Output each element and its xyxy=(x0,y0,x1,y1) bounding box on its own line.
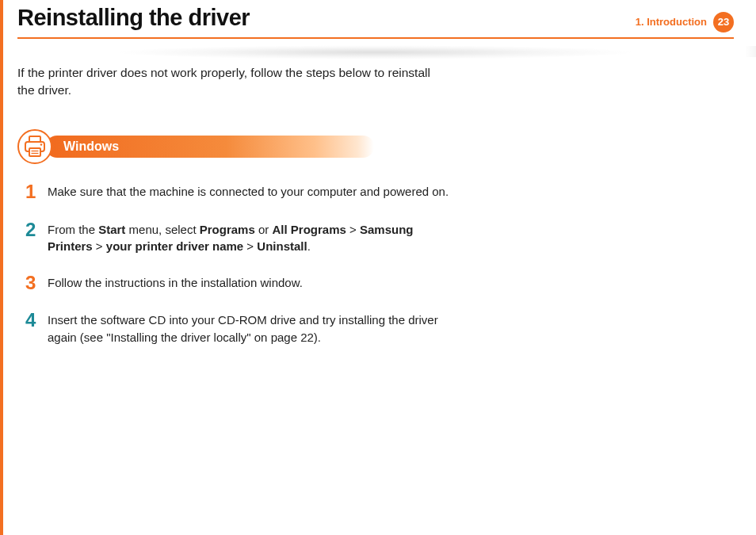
page-title: Reinstalling the driver xyxy=(17,5,250,31)
page-fold-shadow xyxy=(113,45,639,59)
chapter-label: 1. Introduction xyxy=(636,16,707,28)
bold-run: Uninstall xyxy=(257,239,307,253)
section-title-pill: Windows xyxy=(46,136,374,158)
text-run: From the xyxy=(48,223,98,236)
text-run: or xyxy=(255,223,273,236)
step-item: 1 Make sure that the machine is connecte… xyxy=(25,182,453,201)
section-heading: Windows xyxy=(17,129,374,164)
document-page: Reinstalling the driver 1. Introduction … xyxy=(0,0,756,535)
steps-list: 1 Make sure that the machine is connecte… xyxy=(25,182,453,346)
step-item: 2 From the Start menu, select Programs o… xyxy=(25,220,453,256)
step-number: 2 xyxy=(25,220,48,256)
step-text: Follow the instructions in the installat… xyxy=(48,273,303,292)
text-run: . xyxy=(307,239,311,253)
header-divider xyxy=(17,37,734,39)
step-text: From the Start menu, select Programs or … xyxy=(48,220,453,256)
header-meta: 1. Introduction 23 xyxy=(636,6,734,32)
step-number: 3 xyxy=(25,273,48,292)
section-title-text: Windows xyxy=(63,139,119,154)
page-edge-shadow xyxy=(745,46,756,57)
bold-run: Start xyxy=(98,223,125,236)
bold-run: All Programs xyxy=(272,223,346,236)
text-run: > xyxy=(346,223,360,236)
svg-rect-0 xyxy=(29,136,40,142)
text-run: menu, select xyxy=(125,223,199,236)
intro-paragraph: If the printer driver does not work prop… xyxy=(17,64,445,100)
step-text: Make sure that the machine is connected … xyxy=(48,182,449,201)
text-run: > xyxy=(93,239,106,253)
bold-run: your printer driver name xyxy=(106,239,243,253)
svg-rect-2 xyxy=(29,148,40,156)
step-item: 4 Insert the software CD into your CD-RO… xyxy=(25,310,453,346)
printer-icon xyxy=(17,129,52,164)
page-number-badge: 23 xyxy=(713,12,734,32)
page-header: Reinstalling the driver 1. Introduction … xyxy=(17,0,734,32)
step-number: 4 xyxy=(25,310,48,346)
bold-run: Programs xyxy=(200,223,255,236)
text-run: > xyxy=(243,239,257,253)
step-number: 1 xyxy=(25,182,48,201)
step-item: 3 Follow the instructions in the install… xyxy=(25,273,453,292)
step-text: Insert the software CD into your CD-ROM … xyxy=(48,310,453,346)
svg-point-5 xyxy=(40,144,43,147)
